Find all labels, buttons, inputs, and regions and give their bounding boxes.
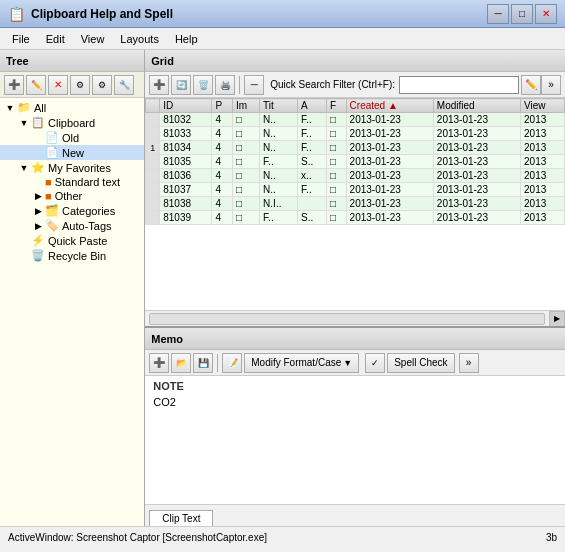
table-row[interactable]: 81037 4 □ N.. F.. □ 2013-01-23 2013-01-2… [146, 183, 565, 197]
tree-add-button[interactable]: ➕ [4, 75, 24, 95]
horizontal-scrollbar[interactable]: ▶ [145, 310, 565, 326]
cell-modified: 2013-01-23 [433, 211, 520, 225]
tree-item-stdtext-label: Standard text [55, 176, 120, 188]
tree-item-other[interactable]: ▶ ■ Other [0, 189, 144, 203]
col-im[interactable]: Im [232, 99, 259, 113]
memo-note: NOTE [153, 380, 557, 392]
cell-p: 4 [212, 211, 233, 225]
scroll-right-button[interactable]: ▶ [549, 311, 565, 327]
memo-toolbar: ➕ 📂 💾 📝 Modify Format/Case ▼ ✓ Spell Che… [145, 350, 565, 376]
cell-view: 2013 [521, 169, 565, 183]
cell-id: 81035 [160, 155, 212, 169]
col-f[interactable]: F [326, 99, 346, 113]
memo-tab-cliptext[interactable]: Clip Text [149, 510, 213, 526]
col-num[interactable] [146, 99, 160, 113]
tree-toolbar: ➕ ✏️ ✕ ⚙ ⚙ 🔧 [0, 72, 144, 98]
cell-modified: 2013-01-23 [433, 169, 520, 183]
cell-modified: 2013-01-23 [433, 197, 520, 211]
col-tit[interactable]: Tit [260, 99, 298, 113]
tree-item-autotags[interactable]: ▶ 🏷️ Auto-Tags [0, 218, 144, 233]
cell-view: 2013 [521, 197, 565, 211]
table-row[interactable]: 81036 4 □ N.. x.. □ 2013-01-23 2013-01-2… [146, 169, 565, 183]
menu-edit[interactable]: Edit [38, 31, 73, 47]
tree-settings2-button[interactable]: ⚙ [92, 75, 112, 95]
tree-item-recycle[interactable]: 🗑️ Recycle Bin [0, 248, 144, 263]
col-view[interactable]: View [521, 99, 565, 113]
table-row[interactable]: 1 81034 4 □ N.. F.. □ 2013-01-23 2013-01… [146, 141, 565, 155]
menu-view[interactable]: View [73, 31, 113, 47]
data-grid[interactable]: ID P Im Tit A F Created ▲ Modified View [145, 98, 565, 310]
col-created[interactable]: Created ▲ [346, 99, 433, 113]
cell-created: 2013-01-23 [346, 183, 433, 197]
tree-item-old[interactable]: 📄 Old [0, 130, 144, 145]
tree-item-all[interactable]: ▼ 📁 All [0, 100, 144, 115]
grid-add-button[interactable]: ➕ [149, 75, 169, 95]
expand-quickpaste-icon [18, 235, 30, 247]
tree-delete-button[interactable]: ✕ [48, 75, 68, 95]
restore-button[interactable]: □ [511, 4, 533, 24]
categories-icon: 🗂️ [45, 204, 59, 217]
memo-add-button[interactable]: ➕ [149, 353, 169, 373]
table-row[interactable]: 81033 4 □ N.. F.. □ 2013-01-23 2013-01-2… [146, 127, 565, 141]
grid-delete-button[interactable]: 🗑️ [193, 75, 213, 95]
cell-im: □ [232, 197, 259, 211]
search-clear-button[interactable]: ✏️ [521, 75, 541, 95]
cell-num [146, 169, 160, 183]
grid-minus-button[interactable]: ─ [244, 75, 264, 95]
cell-view: 2013 [521, 211, 565, 225]
cell-view: 2013 [521, 183, 565, 197]
table-row[interactable]: 81039 4 □ F.. S.. □ 2013-01-23 2013-01-2… [146, 211, 565, 225]
modify-chevron-icon: ▼ [343, 358, 352, 368]
table-row[interactable]: 81035 4 □ F.. S.. □ 2013-01-23 2013-01-2… [146, 155, 565, 169]
tree-settings1-button[interactable]: ⚙ [70, 75, 90, 95]
grid-refresh-button[interactable]: 🔄 [171, 75, 191, 95]
close-button[interactable]: ✕ [535, 4, 557, 24]
table-row[interactable]: 81038 4 □ N.I.. □ 2013-01-23 2013-01-23 … [146, 197, 565, 211]
menu-file[interactable]: File [4, 31, 38, 47]
memo-save-button[interactable]: 💾 [193, 353, 213, 373]
tree-item-categories[interactable]: ▶ 🗂️ Categories [0, 203, 144, 218]
window-controls: ─ □ ✕ [487, 4, 557, 24]
tree-settings3-button[interactable]: 🔧 [114, 75, 134, 95]
col-id[interactable]: ID [160, 99, 212, 113]
col-modified[interactable]: Modified [433, 99, 520, 113]
cell-im: □ [232, 211, 259, 225]
cell-f: □ [326, 169, 346, 183]
tree-item-new[interactable]: 📄 New [0, 145, 144, 160]
modify-format-button[interactable]: Modify Format/Case ▼ [244, 353, 359, 373]
tree-header: Tree [0, 50, 144, 72]
search-more-button[interactable]: » [541, 75, 561, 95]
expand-stdtext-icon [32, 176, 44, 188]
col-p[interactable]: P [212, 99, 233, 113]
tree-title: Tree [6, 55, 29, 67]
cell-tit: N.. [260, 183, 298, 197]
clipboard-icon: 📋 [31, 116, 45, 129]
tree-item-myfavs-label: My Favorites [48, 162, 111, 174]
tree-item-quickpaste[interactable]: ⚡ Quick Paste [0, 233, 144, 248]
cell-id: 81033 [160, 127, 212, 141]
tree-item-clipboard-label: Clipboard [48, 117, 95, 129]
memo-separator [217, 354, 218, 372]
status-bar: ActiveWindow: Screenshot Captor [Screens… [0, 526, 565, 548]
minimize-button[interactable]: ─ [487, 4, 509, 24]
tree-item-clipboard[interactable]: ▼ 📋 Clipboard [0, 115, 144, 130]
tree-item-myfavs[interactable]: ▼ ⭐ My Favorites [0, 160, 144, 175]
cell-id: 81034 [160, 141, 212, 155]
other-icon: ■ [45, 190, 52, 202]
grid-print-button[interactable]: 🖨️ [215, 75, 235, 95]
cell-tit: N.. [260, 141, 298, 155]
col-a[interactable]: A [298, 99, 327, 113]
tree-item-stdtext[interactable]: ■ Standard text [0, 175, 144, 189]
spell-check-button[interactable]: Spell Check [387, 353, 454, 373]
tree-edit-button[interactable]: ✏️ [26, 75, 46, 95]
menu-help[interactable]: Help [167, 31, 206, 47]
menu-layouts[interactable]: Layouts [112, 31, 167, 47]
grid-header: Grid [145, 50, 565, 72]
memo-more-button[interactable]: » [459, 353, 479, 373]
memo-folder-button[interactable]: 📂 [171, 353, 191, 373]
table-row[interactable]: 81032 4 □ N.. F.. □ 2013-01-23 2013-01-2… [146, 113, 565, 127]
cell-view: 2013 [521, 141, 565, 155]
search-input[interactable] [399, 76, 519, 94]
cell-modified: 2013-01-23 [433, 141, 520, 155]
cell-p: 4 [212, 141, 233, 155]
